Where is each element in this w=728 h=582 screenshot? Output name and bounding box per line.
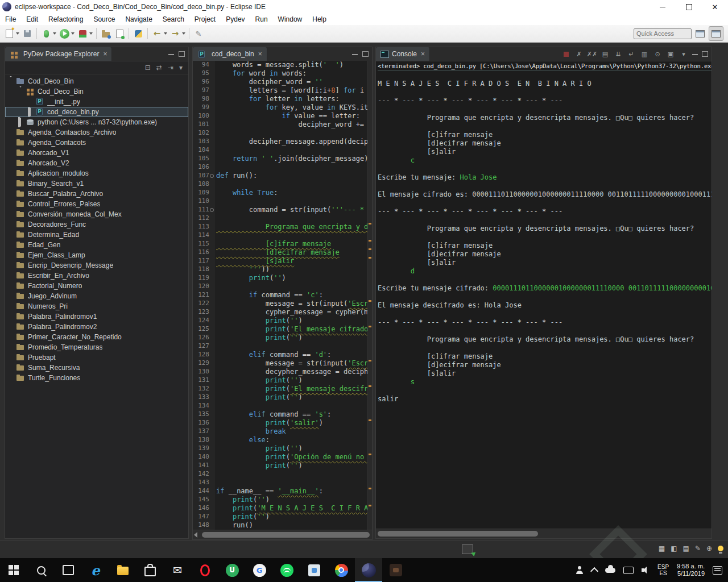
trim-icon-2[interactable]: ◧: [671, 544, 677, 552]
warning-mark-icon[interactable]: [369, 257, 371, 259]
debug-dropdown-icon[interactable]: [53, 32, 56, 35]
new-dropdown-icon[interactable]: [16, 32, 19, 35]
restore-button[interactable]: [676, 0, 702, 14]
tip-lightbulb-icon[interactable]: [718, 546, 723, 551]
code-line-139[interactable]: print(''): [216, 444, 368, 453]
code-line-118[interactable]: ''')): [216, 265, 368, 274]
code-line-147[interactable]: print(''): [216, 513, 368, 521]
code-line-120[interactable]: [216, 282, 368, 291]
maximize-view-icon[interactable]: [362, 51, 369, 57]
code-line-134[interactable]: [216, 402, 368, 410]
tray-expand-icon[interactable]: [590, 567, 598, 575]
minimize-view-icon[interactable]: [168, 54, 174, 57]
people-icon[interactable]: [576, 566, 584, 574]
language-indicator[interactable]: ESP ES: [657, 564, 669, 576]
edge-taskbar-button[interactable]: [82, 558, 109, 582]
trim-icon-5[interactable]: ⊕: [706, 544, 712, 552]
opera-taskbar-button[interactable]: [191, 558, 218, 582]
scrollbar-thumb[interactable]: [378, 531, 538, 537]
mail-taskbar-button[interactable]: [164, 558, 191, 582]
editor-tab[interactable]: cod_deco_bin ×: [193, 47, 267, 61]
tree-item-cod-deco-bin[interactable]: Cod_Deco_Bin: [5, 76, 188, 86]
forward-button[interactable]: →: [168, 27, 182, 40]
explorer-tab[interactable]: PyDev Package Explorer ×: [5, 47, 112, 61]
remove-launch-icon[interactable]: ✗: [574, 49, 584, 59]
run-button[interactable]: [57, 27, 71, 40]
code-line-99[interactable]: for key, value in KEYS.items():: [216, 103, 368, 112]
editor-gutter[interactable]: 9495969798991001011021031041051061071081…: [193, 61, 214, 530]
tree-item-palabra-palindromov2[interactable]: Palabra_Palindromov2: [5, 322, 188, 332]
save-button[interactable]: [20, 27, 34, 40]
editor-code[interactable]: words = message.split(' ') for word in w…: [214, 61, 368, 530]
warning-mark-icon[interactable]: [369, 223, 371, 225]
trim-icon-3[interactable]: ▤: [683, 544, 689, 552]
menu-item-navigate[interactable]: Navigate: [120, 14, 157, 25]
code-line-109[interactable]: while True:: [216, 189, 368, 197]
code-line-122[interactable]: message = str(input('Escribe tu mensaje:…: [216, 300, 368, 308]
tree-item-numeros-pri[interactable]: Numeros_Pri: [5, 301, 188, 311]
code-line-110[interactable]: [216, 197, 368, 206]
tree-item-decoradores-func[interactable]: Decoradores_Func: [5, 219, 188, 230]
code-line-112[interactable]: [216, 214, 368, 223]
menu-item-source[interactable]: Source: [88, 14, 120, 25]
new-pydev-module-button[interactable]: [113, 27, 126, 40]
tree-item-factorial-numero[interactable]: Factorial_Numero: [5, 281, 188, 291]
remove-all-launches-icon[interactable]: ✗✗: [588, 49, 597, 59]
warning-mark-icon[interactable]: [369, 300, 371, 302]
forward-dropdown-icon[interactable]: [182, 32, 185, 35]
menu-item-file[interactable]: File: [0, 14, 21, 25]
code-line-107[interactable]: def run():: [216, 172, 368, 180]
code-line-135[interactable]: elif command == 's':: [216, 410, 368, 419]
tree-item-ejem-class-lamp[interactable]: Ejem_Class_Lamp: [5, 250, 188, 260]
trim-icon-1[interactable]: ▦: [659, 544, 665, 552]
tree-item-pruebapt[interactable]: Pruebapt: [5, 352, 188, 363]
tree-item-turtle-funciones[interactable]: Turtle_Funciones: [5, 373, 188, 383]
code-line-105[interactable]: return ' '.join(decipher_message): [216, 155, 368, 163]
code-line-100[interactable]: if value == letter:: [216, 112, 368, 120]
code-line-121[interactable]: if command == 'c':: [216, 291, 368, 300]
focus-icon[interactable]: ⇥: [168, 64, 173, 72]
code-line-143[interactable]: [216, 479, 368, 487]
code-line-119[interactable]: print(''): [216, 274, 368, 282]
pydev-perspective-button[interactable]: [709, 26, 723, 41]
action-center-icon[interactable]: [713, 566, 722, 575]
tree-item-edad-gen[interactable]: Edad_Gen: [5, 240, 188, 250]
code-line-113[interactable]: Programa que encripta y desencripta mens…: [216, 223, 368, 231]
code-line-117[interactable]: [s]alir: [216, 257, 368, 265]
code-line-104[interactable]: [216, 146, 368, 155]
tree-item-agenda-contaactos-archivo[interactable]: Agenda_Contaactos_Archivo: [5, 127, 188, 138]
code-line-126[interactable]: print(''): [216, 334, 368, 342]
tree-item-cod-deco-bin[interactable]: Cod_Deco_Bin: [5, 86, 188, 97]
code-line-129[interactable]: message = str(input('Escribe tu mensaje …: [216, 359, 368, 368]
code-line-95[interactable]: for word in words:: [216, 69, 368, 78]
code-line-131[interactable]: print(''): [216, 376, 368, 385]
menu-item-help[interactable]: Help: [307, 14, 332, 25]
app-u-taskbar-button[interactable]: [218, 558, 246, 582]
minimize-button[interactable]: [650, 0, 676, 14]
expand-arrow-icon[interactable]: [18, 118, 23, 126]
warning-mark-icon[interactable]: [369, 488, 371, 489]
file-explorer-taskbar-button[interactable]: [109, 558, 136, 582]
tree-item-encrip-desencrip-message[interactable]: Encrip_Desencrip_Message: [5, 260, 188, 271]
close-icon[interactable]: ×: [258, 50, 262, 58]
tree-item-promedio-temperaturas[interactable]: Promedio_Temperaturas: [5, 342, 188, 352]
code-line-106[interactable]: [216, 163, 368, 172]
volume-icon[interactable]: [642, 566, 650, 574]
tree-item-binary-search-v1[interactable]: Binary_Search_v1: [5, 178, 188, 189]
tree-item-escribir-en-archivo[interactable]: Escribir_En_Archivo: [5, 271, 188, 281]
warning-mark-icon[interactable]: [369, 419, 371, 421]
link-with-editor-icon[interactable]: ⇄: [156, 64, 162, 72]
clock[interactable]: 9:58 a. m. 5/11/2019: [677, 563, 705, 577]
collapse-all-icon[interactable]: ⊟: [145, 64, 151, 72]
app-dark-taskbar-button[interactable]: [382, 558, 410, 582]
menu-item-search[interactable]: Search: [158, 14, 189, 25]
code-line-96[interactable]: decipher_word = '': [216, 78, 368, 86]
tree-item-agenda-contacots[interactable]: Agenda_Contacots: [5, 138, 188, 148]
last-edit-location-button[interactable]: ✎: [192, 27, 205, 40]
open-console-dropdown-icon[interactable]: ▾: [679, 49, 688, 59]
minimize-view-icon[interactable]: [352, 54, 358, 57]
code-line-123[interactable]: cypher_message = cypher(message): [216, 308, 368, 317]
clear-console-icon[interactable]: ▤: [601, 49, 610, 59]
app-light-taskbar-button[interactable]: [300, 558, 328, 582]
code-line-133[interactable]: print(''): [216, 393, 368, 402]
